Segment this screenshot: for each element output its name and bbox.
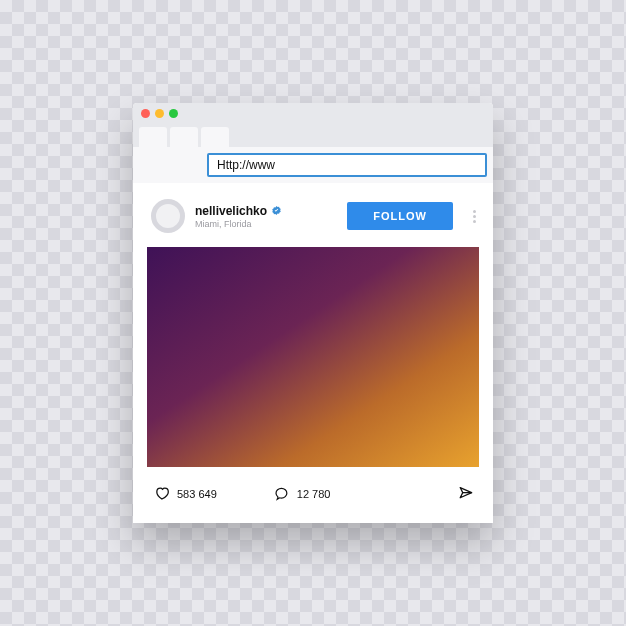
page-content: nellivelichko Miami, Florida FOLLOW	[133, 183, 493, 523]
browser-tab[interactable]	[170, 127, 198, 147]
comment-icon[interactable]	[273, 485, 291, 503]
user-info: nellivelichko Miami, Florida	[195, 204, 337, 229]
post-actions: 583 649 12 780	[133, 477, 493, 523]
address-row: Http://www	[133, 147, 493, 183]
browser-tabbar	[133, 123, 493, 147]
heart-icon[interactable]	[153, 485, 171, 503]
location: Miami, Florida	[195, 219, 337, 229]
share-icon[interactable]	[457, 485, 475, 503]
comments-count: 12 780	[297, 488, 331, 500]
minimize-icon[interactable]	[155, 109, 164, 118]
address-input[interactable]: Http://www	[207, 153, 487, 177]
post-image[interactable]	[147, 247, 479, 467]
close-icon[interactable]	[141, 109, 150, 118]
follow-button[interactable]: FOLLOW	[347, 202, 453, 230]
browser-tab[interactable]	[201, 127, 229, 147]
likes-count: 583 649	[177, 488, 217, 500]
browser-tab[interactable]	[139, 127, 167, 147]
more-options-icon[interactable]	[463, 210, 479, 223]
maximize-icon[interactable]	[169, 109, 178, 118]
browser-window: Http://www nellivelichko Miami, Florida …	[133, 103, 493, 523]
avatar[interactable]	[151, 199, 185, 233]
verified-icon	[271, 205, 282, 216]
address-text: Http://www	[217, 158, 275, 172]
username[interactable]: nellivelichko	[195, 204, 267, 218]
window-titlebar	[133, 103, 493, 123]
post-header: nellivelichko Miami, Florida FOLLOW	[133, 189, 493, 247]
